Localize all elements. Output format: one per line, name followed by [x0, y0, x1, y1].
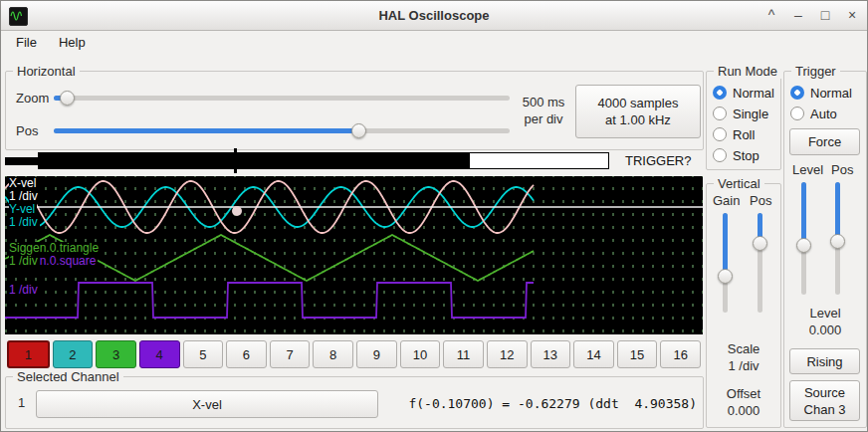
horizontal-panel-title: Horizontal	[13, 64, 80, 79]
trigger-point-dot	[232, 206, 242, 216]
samples-line2: at 1.00 kHz	[605, 111, 671, 128]
scale-value: 1 /div	[707, 358, 780, 373]
trigger-title: Trigger	[791, 64, 840, 79]
offset-value: 0.000	[707, 403, 780, 418]
radio-icon	[790, 86, 804, 100]
radio-label: Roll	[733, 127, 755, 142]
channel-button-8[interactable]: 8	[313, 340, 353, 368]
edge-button[interactable]: Rising	[789, 348, 860, 374]
menu-file[interactable]: File	[5, 30, 48, 57]
titlebar: HAL Oscilloscope ^ – □ ×	[1, 1, 867, 31]
radio-label: Stop	[733, 148, 760, 163]
hpos-slider-thumb[interactable]	[351, 123, 366, 138]
scope-channel-scale-3: 1 /div	[9, 255, 40, 268]
channel-button-14[interactable]: 14	[573, 340, 614, 368]
trigger-panel: Trigger Normal Auto Force Level Pos Leve…	[783, 71, 867, 428]
runmode-single-radio[interactable]: Single	[713, 106, 768, 121]
record-view-fill	[39, 153, 470, 168]
radio-icon	[713, 86, 727, 100]
menu-help[interactable]: Help	[48, 30, 97, 57]
record-pre-segment	[5, 157, 38, 165]
channel-button-11[interactable]: 11	[443, 340, 484, 368]
zoom-slider-thumb[interactable]	[60, 91, 75, 106]
channel-button-10[interactable]: 10	[400, 340, 441, 368]
trigger-source-line1: Source	[804, 384, 845, 401]
vertical-title: Vertical	[714, 176, 764, 191]
channel-button-9[interactable]: 9	[356, 340, 397, 368]
trigger-status-label: TRIGGER?	[625, 153, 691, 168]
scope-channel-scale-4: 1 /div	[9, 284, 40, 297]
channel-button-4[interactable]: 4	[139, 340, 180, 368]
radio-icon	[713, 107, 727, 120]
vpos-slider-thumb[interactable]	[753, 236, 767, 251]
pos-label: Pos	[16, 123, 38, 138]
close-button[interactable]: ×	[845, 1, 859, 30]
trigger-source-button[interactable]: Source Chan 3	[789, 380, 860, 421]
trigger-pos-label: Pos	[831, 162, 853, 177]
radio-icon	[713, 127, 727, 141]
radio-icon	[713, 148, 727, 162]
vpos-slider-track[interactable]	[758, 213, 762, 313]
channel-button-3[interactable]: 3	[96, 340, 136, 368]
selected-channel-number: 1	[18, 395, 25, 410]
trigger-level-label: Level	[792, 162, 823, 177]
rate-line2: per div	[512, 110, 575, 127]
channel-button-12[interactable]: 12	[487, 340, 528, 368]
wave-trace-4	[5, 283, 534, 318]
samples-button[interactable]: 4000 samples at 1.00 kHz	[575, 85, 701, 138]
gain-slider-fill	[723, 213, 728, 277]
channel-button-2[interactable]: 2	[53, 340, 94, 368]
trigger-pos-fill	[835, 182, 840, 242]
trigger-source-line2: Chan 3	[804, 401, 846, 418]
channel-button-5[interactable]: 5	[183, 340, 224, 368]
trigger-position-tick	[234, 148, 237, 173]
trigger-level-fill	[801, 182, 806, 246]
gain-slider-track[interactable]	[723, 213, 728, 313]
shade-button[interactable]: ^	[764, 1, 778, 30]
radio-label: Auto	[810, 107, 837, 121]
app-window: HAL Oscilloscope ^ – □ × File Help Horiz…	[0, 0, 868, 432]
vertical-panel: Vertical Gain Pos Scale 1 /div Offset 0.…	[706, 183, 781, 428]
channel-source-button[interactable]: X-vel	[36, 390, 378, 418]
channel-button-13[interactable]: 13	[531, 340, 571, 368]
selected-channel-panel: Selected Channel 1 X-vel f(-0.10700) = -…	[5, 376, 704, 429]
channel-button-7[interactable]: 7	[270, 340, 311, 368]
gain-label: Gain	[713, 193, 740, 208]
scope-channel-scale-2: 1 /div	[9, 216, 40, 229]
trigger-level-thumb[interactable]	[796, 238, 811, 253]
radio-label: Single	[733, 107, 768, 121]
trigger-pos-thumb[interactable]	[830, 234, 845, 249]
trigger-auto-radio[interactable]: Auto	[790, 106, 837, 121]
window-title: HAL Oscilloscope	[1, 8, 867, 23]
offset-caption: Offset	[707, 386, 780, 401]
rate-line1: 500 ms	[512, 94, 575, 110]
radio-label: Normal	[733, 86, 774, 101]
runmode-stop-radio[interactable]: Stop	[713, 147, 760, 163]
radio-icon	[790, 107, 804, 120]
selected-channel-title: Selected Channel	[13, 369, 123, 384]
minimize-button[interactable]: –	[791, 1, 805, 30]
force-button[interactable]: Force	[789, 128, 860, 155]
record-view-bar	[38, 152, 609, 169]
maximize-button[interactable]: □	[818, 1, 832, 30]
runmode-normal-radio[interactable]: Normal	[713, 85, 774, 101]
rate-label: 500 ms per div	[512, 94, 575, 127]
run-mode-panel: Run Mode Normal Single Roll Stop	[706, 71, 781, 170]
channel-value-readout: f(-0.10700) = -0.62279 (ddt 4.90358)	[408, 396, 697, 411]
channel-button-15[interactable]: 15	[617, 340, 658, 368]
channel-button-1[interactable]: 1	[7, 340, 50, 368]
samples-line1: 4000 samples	[598, 95, 679, 111]
hpos-slider-track[interactable]	[54, 128, 510, 133]
radio-label: Normal	[810, 86, 852, 101]
zoom-slider-track[interactable]	[54, 96, 510, 101]
scope-waves	[5, 176, 703, 334]
scale-caption: Scale	[707, 341, 780, 356]
channel-button-16[interactable]: 16	[660, 340, 701, 368]
channel-button-6[interactable]: 6	[226, 340, 267, 368]
zoom-label: Zoom	[16, 91, 49, 106]
trigger-level-caption: Level	[784, 306, 866, 321]
gain-slider-thumb[interactable]	[718, 269, 733, 284]
trigger-normal-radio[interactable]: Normal	[790, 85, 852, 101]
trigger-level-value: 0.000	[784, 323, 866, 337]
runmode-roll-radio[interactable]: Roll	[713, 126, 755, 142]
